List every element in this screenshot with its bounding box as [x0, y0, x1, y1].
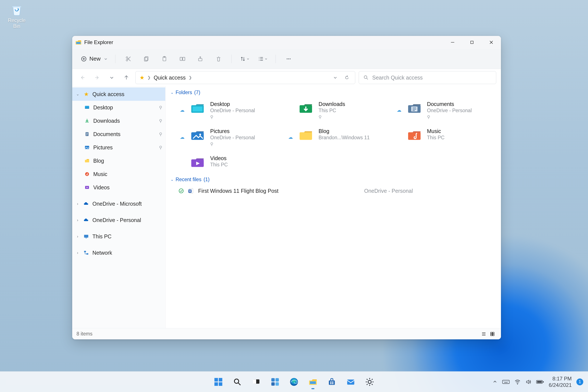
- svg-point-65: [368, 380, 371, 384]
- new-button[interactable]: New: [77, 53, 111, 64]
- sort-button[interactable]: [238, 53, 250, 65]
- chevron-right-icon: ❯: [189, 75, 192, 80]
- sidebar-item-network[interactable]: › Network: [72, 246, 165, 260]
- start-button[interactable]: [210, 373, 227, 390]
- music-icon: [84, 171, 90, 177]
- folder-card[interactable]: ☁DocumentsOneDrive - Personal⚲: [395, 100, 495, 121]
- sidebar-item-documents[interactable]: Documents ⚲: [72, 128, 165, 141]
- share-button: [194, 53, 206, 65]
- system-tray[interactable]: 8:17 PM 6/24/2021 1: [492, 376, 588, 388]
- section-header-folders[interactable]: ⌄ Folders (7): [168, 88, 497, 98]
- keyboard-icon[interactable]: [502, 379, 510, 384]
- svg-rect-59: [329, 380, 335, 385]
- chevron-down-icon: ⌄: [171, 178, 174, 182]
- sidebar-item-label: Music: [93, 171, 107, 177]
- volume-icon[interactable]: [526, 379, 532, 385]
- content-pane[interactable]: ⌄ Folders (7) ☁DesktopOneDrive - Persona…: [166, 86, 501, 328]
- cloud-status-icon: ☁: [396, 108, 402, 113]
- folder-name: Documents: [427, 101, 472, 107]
- maximize-button[interactable]: [462, 36, 482, 49]
- tray-date: 6/24/2021: [549, 382, 572, 388]
- sidebar-item-videos[interactable]: Videos: [72, 181, 165, 194]
- sidebar-item-desktop[interactable]: Desktop ⚲: [72, 101, 165, 114]
- desktop-icon-recycle-bin[interactable]: Recycle Bin: [4, 3, 30, 29]
- folder-card[interactable]: MusicThis PC: [395, 127, 495, 148]
- svg-rect-70: [543, 381, 544, 382]
- downloads-icon: [84, 118, 90, 124]
- refresh-icon: [344, 75, 349, 80]
- folder-location: This PC: [427, 135, 445, 140]
- microsoft-store-button[interactable]: [323, 373, 340, 390]
- search-box[interactable]: [359, 71, 496, 84]
- svg-rect-45: [214, 378, 218, 382]
- chevron-down-icon: [247, 58, 249, 60]
- rename-icon: [179, 56, 186, 62]
- folder-card[interactable]: ☁DesktopOneDrive - Personal⚲: [178, 100, 278, 121]
- navigation-pane[interactable]: ⌄ ★ Quick access Desktop ⚲ Downloads ⚲ D…: [72, 86, 166, 328]
- copy-button: [140, 53, 152, 65]
- recent-locations-button[interactable]: [106, 72, 117, 83]
- svg-rect-41: [491, 332, 492, 334]
- large-icons-view-button[interactable]: [488, 330, 497, 338]
- folder-card[interactable]: ☁BlogBrandon...\Windows 11: [287, 127, 386, 148]
- settings-button[interactable]: [361, 373, 378, 390]
- up-button[interactable]: [121, 72, 132, 83]
- svg-rect-61: [332, 382, 333, 382]
- folder-card[interactable]: DownloadsThis PC⚲: [287, 100, 386, 121]
- trash-icon: [216, 56, 222, 62]
- battery-icon[interactable]: [536, 380, 544, 384]
- tray-overflow-icon[interactable]: [492, 379, 498, 384]
- folder-card[interactable]: VideosThis PC: [178, 154, 278, 170]
- clock[interactable]: 8:17 PM 6/24/2021: [549, 376, 572, 388]
- svg-rect-51: [253, 379, 256, 384]
- breadcrumb-quick-access[interactable]: Quick access: [154, 74, 186, 81]
- more-button[interactable]: [282, 53, 295, 65]
- file-explorer-taskbar-button[interactable]: [304, 373, 322, 390]
- star-icon: ★: [140, 74, 144, 81]
- svg-rect-42: [492, 332, 494, 334]
- pin-icon: ⚲: [210, 142, 255, 146]
- windows-icon: [214, 377, 223, 387]
- mail-button[interactable]: [342, 373, 359, 390]
- sidebar-item-onedrive-microsoft[interactable]: › OneDrive - Microsoft: [72, 197, 165, 210]
- sidebar-item-blog[interactable]: Blog: [72, 154, 165, 168]
- star-icon: ★: [83, 91, 90, 97]
- svg-rect-44: [492, 334, 494, 336]
- address-dropdown-button[interactable]: [331, 73, 340, 82]
- edge-button[interactable]: [286, 373, 302, 390]
- search-taskbar-button[interactable]: [229, 373, 246, 390]
- sidebar-item-downloads[interactable]: Downloads ⚲: [72, 114, 165, 128]
- taskbar[interactable]: 8:17 PM 6/24/2021 1: [0, 371, 588, 392]
- pin-icon: ⚲: [318, 114, 345, 120]
- sidebar-item-label: Pictures: [93, 144, 112, 151]
- sidebar-item-label: Documents: [93, 131, 120, 137]
- task-view-button[interactable]: [248, 373, 265, 390]
- titlebar[interactable]: File Explorer: [72, 36, 501, 49]
- address-bar[interactable]: ★ ❯ Quick access ❯: [136, 71, 355, 84]
- refresh-button[interactable]: [342, 73, 351, 82]
- sidebar-item-label: Videos: [93, 184, 110, 191]
- widgets-button[interactable]: [266, 373, 284, 390]
- search-input[interactable]: [372, 74, 492, 81]
- folder-thumb-icon: [298, 101, 314, 115]
- folder-card[interactable]: ☁PicturesOneDrive - Personal⚲: [178, 127, 278, 148]
- recent-file-location: OneDrive - Personal: [364, 188, 413, 194]
- wifi-icon[interactable]: [514, 379, 521, 385]
- sidebar-item-quick-access[interactable]: ⌄ ★ Quick access: [72, 88, 165, 101]
- sidebar-item-music[interactable]: Music: [72, 168, 165, 181]
- details-view-button[interactable]: [480, 330, 488, 338]
- window-title: File Explorer: [84, 39, 113, 45]
- sidebar-item-this-pc[interactable]: › This PC: [72, 230, 165, 243]
- view-button[interactable]: [256, 53, 269, 65]
- section-header-recent[interactable]: ⌄ Recent files (1): [168, 175, 497, 186]
- svg-rect-18: [85, 108, 89, 108]
- svg-rect-62: [330, 383, 332, 384]
- notifications-badge[interactable]: 1: [576, 378, 583, 385]
- recent-file-row[interactable]: WFirst Windows 11 Flight Blog PostOneDri…: [168, 186, 497, 196]
- sidebar-item-pictures[interactable]: Pictures ⚲: [72, 141, 165, 154]
- mail-icon: [346, 377, 356, 387]
- minimize-button[interactable]: [443, 36, 462, 49]
- svg-rect-25: [84, 251, 86, 252]
- close-button[interactable]: [482, 36, 501, 49]
- sidebar-item-onedrive-personal[interactable]: › OneDrive - Personal: [72, 214, 165, 227]
